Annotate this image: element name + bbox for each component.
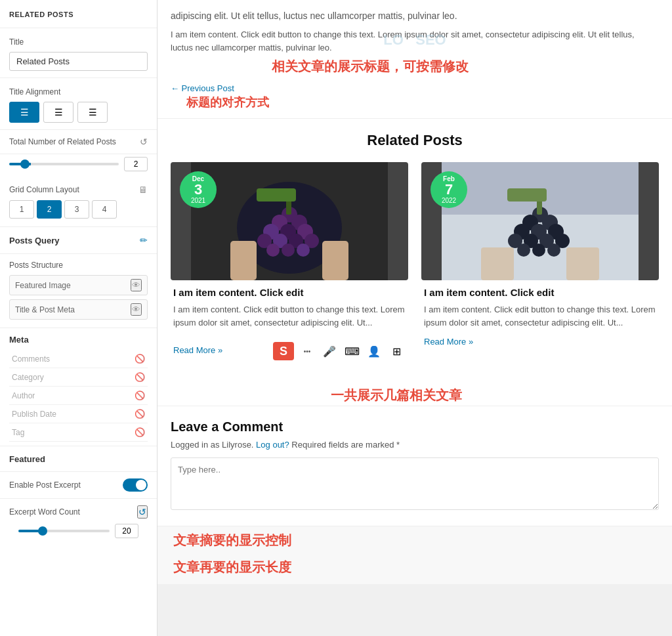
col-3-button[interactable]: 3 <box>64 200 89 219</box>
post-title-1: I am item content. Click edit <box>173 287 406 298</box>
toolbar-s-icon[interactable]: S <box>273 342 294 360</box>
meta-author: Author 🚫 <box>9 387 148 405</box>
publish-date-eye-icon[interactable]: 🚫 <box>135 409 145 419</box>
post-excerpt-2: I am item content. Click edit button to … <box>424 303 656 329</box>
title-alignment-section: Title Alignment ☰ ☰ ☰ <box>0 78 157 130</box>
excerpt-word-label: Excerpt Word Count <box>9 507 80 517</box>
col-2-button[interactable]: 2 <box>37 200 62 219</box>
post-body-1: I am item content. Click edit I am item … <box>171 280 408 371</box>
meta-label: Meta <box>9 335 148 345</box>
annotation-title-row: 相关文章的展示标题，可按需修改 <box>158 56 672 77</box>
total-posts-slider-row <box>0 154 157 178</box>
post-excerpt-1: I am item content. Click edit button to … <box>173 303 406 329</box>
related-posts-section: Related Posts <box>158 119 672 384</box>
posts-query-label: Posts Query <box>9 236 60 245</box>
align-right-button[interactable]: ☰ <box>77 102 108 123</box>
date-badge-1: Dec 3 2021 <box>180 171 217 208</box>
toolbar-strip-1: S ••• 🎤 ⌨ 👤 ⊞ <box>273 338 406 364</box>
total-posts-section: Total Number of Related Posts ↺ <box>0 130 157 154</box>
title-post-meta-label: Title & Post Meta <box>15 305 75 314</box>
author-eye-icon[interactable]: 🚫 <box>135 391 145 400</box>
comment-logout-link[interactable]: Log out? <box>256 440 289 450</box>
svg-point-13 <box>282 244 295 257</box>
post-card-1: Dec 3 2021 I am item content. Click edit… <box>171 162 408 371</box>
category-eye-icon[interactable]: 🚫 <box>135 372 145 382</box>
svg-point-31 <box>517 244 530 257</box>
svg-rect-36 <box>481 247 514 280</box>
panel-title: RELATED POSTS <box>9 11 74 18</box>
featured-image-item: Featured Image 👁 <box>9 275 148 295</box>
total-posts-value-input[interactable] <box>124 157 148 171</box>
enable-excerpt-toggle[interactable] <box>123 478 148 492</box>
toolbar-grid-icon[interactable]: ⊞ <box>387 342 406 360</box>
comments-eye-icon[interactable]: 🚫 <box>135 354 145 364</box>
comment-title: Leave a Comment <box>171 419 659 435</box>
excerpt-word-refresh-icon[interactable]: ↺ <box>137 505 148 519</box>
annotation-posts-count-row: 一共展示几篇相关文章 <box>158 384 672 406</box>
annotation-title: 相关文章的展示标题，可按需修改 <box>269 56 471 77</box>
svg-rect-16 <box>257 188 296 201</box>
read-more-2[interactable]: Read More » <box>424 337 473 347</box>
comment-textarea[interactable] <box>171 457 659 510</box>
toolbar-keyboard-icon[interactable]: ⌨ <box>343 342 361 360</box>
total-posts-slider[interactable] <box>9 163 119 165</box>
featured-image-eye-icon[interactable]: 👁 <box>131 279 142 291</box>
excerpt-slider-row <box>9 521 148 545</box>
annotation-excerpt-length: 文章再要的显示长度 <box>171 557 294 578</box>
post-title-2: I am item content. Click edit <box>424 287 656 298</box>
date-badge-2: Feb 7 2022 <box>430 171 467 208</box>
svg-point-33 <box>547 244 560 257</box>
svg-point-32 <box>532 244 545 257</box>
featured-image-label: Featured Image <box>15 281 71 290</box>
col-buttons: 1 2 3 4 <box>9 200 148 219</box>
comment-section: Leave a Comment Logged in as Lilyrose. L… <box>158 406 672 526</box>
right-panel: adipiscing elit. Ut elit tellus, luctus … <box>158 0 672 636</box>
title-label: Title <box>9 37 148 47</box>
panel-header: RELATED POSTS <box>0 0 157 28</box>
toolbar-dot-icon[interactable]: ••• <box>298 342 316 360</box>
prev-post-row: ← Previous Post 标题的对齐方式 <box>158 77 672 119</box>
align-center-button[interactable]: ☰ <box>43 102 74 123</box>
excerpt-word-section: Excerpt Word Count ↺ <box>0 499 157 547</box>
grid-col-label: Grid Column Layout <box>9 185 79 194</box>
annotation-excerpt-display: 文章摘要的显示控制 <box>171 530 294 551</box>
svg-rect-37 <box>566 247 599 280</box>
excerpt-word-value-input[interactable] <box>115 524 138 538</box>
title-post-meta-eye-icon[interactable]: 👁 <box>131 303 142 316</box>
svg-rect-17 <box>230 241 257 280</box>
alignment-buttons: ☰ ☰ ☰ <box>9 102 148 123</box>
post-image-wrap-1: Dec 3 2021 <box>171 162 408 280</box>
excerpt-word-slider[interactable] <box>18 530 110 532</box>
featured-label: Featured <box>9 454 45 464</box>
toolbar-mic-icon[interactable]: 🎤 <box>320 342 339 360</box>
col-4-button[interactable]: 4 <box>92 200 117 219</box>
toolbar-person-icon[interactable]: 👤 <box>365 342 383 360</box>
posts-grid: Dec 3 2021 I am item content. Click edit… <box>171 162 659 371</box>
prev-post-link[interactable]: ← Previous Post <box>171 83 659 93</box>
comment-required: Required fields are marked * <box>291 440 400 450</box>
read-more-1[interactable]: Read More » <box>173 345 222 355</box>
svg-rect-35 <box>507 188 547 201</box>
meta-category: Category 🚫 <box>9 368 148 387</box>
related-posts-title: Related Posts <box>171 132 659 149</box>
excerpt-word-header: Excerpt Word Count ↺ <box>9 505 148 519</box>
posts-query-section: Posts Query ✏ <box>0 227 157 254</box>
enable-excerpt-row: Enable Post Excerpt <box>0 472 157 499</box>
annotation-posts-count: 一共展示几篇相关文章 <box>328 385 465 406</box>
title-input[interactable] <box>9 52 148 71</box>
posts-structure-label: Posts Structure <box>9 261 148 270</box>
top-text-2: I am item content. Click edit button to … <box>171 28 659 54</box>
title-section: Title <box>0 28 157 78</box>
post-body-2: I am item content. Click edit I am item … <box>421 280 659 354</box>
total-posts-refresh-icon[interactable]: ↺ <box>140 137 148 147</box>
svg-point-14 <box>297 244 310 257</box>
svg-point-12 <box>266 244 280 257</box>
top-text-1: adipiscing elit. Ut elit tellus, luctus … <box>158 0 672 23</box>
enable-excerpt-label: Enable Post Excerpt <box>9 480 81 490</box>
posts-query-edit-icon[interactable]: ✏ <box>140 235 148 245</box>
total-posts-label: Total Number of Related Posts <box>9 137 116 146</box>
align-left-button[interactable]: ☰ <box>9 102 39 123</box>
tag-eye-icon[interactable]: 🚫 <box>135 427 145 437</box>
grid-col-device-icon[interactable]: 🖥 <box>138 184 148 195</box>
col-1-button[interactable]: 1 <box>9 200 34 219</box>
